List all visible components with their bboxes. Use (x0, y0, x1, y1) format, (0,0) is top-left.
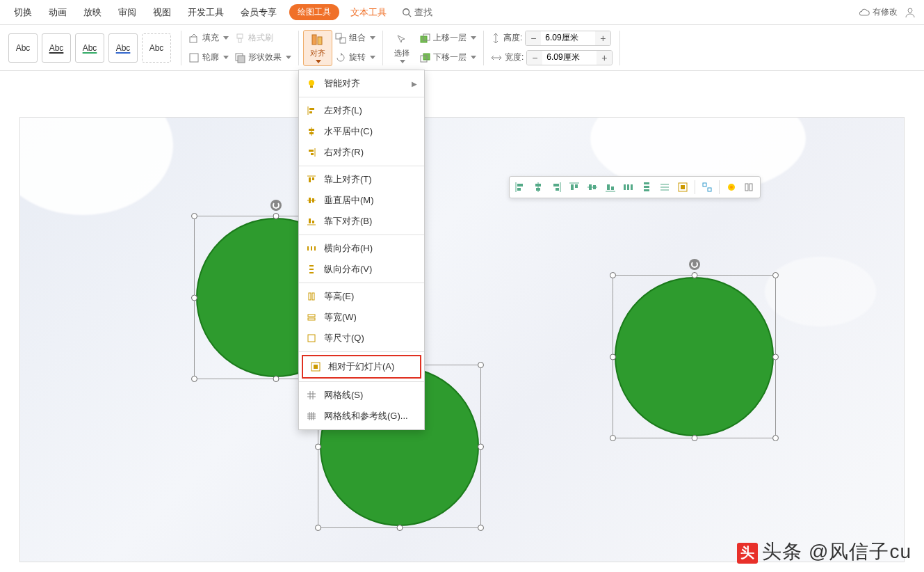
effects-icon (234, 52, 245, 63)
outline-button[interactable]: 轮廓 (188, 50, 229, 65)
preset-1[interactable]: Abc (8, 33, 38, 63)
group-icon (335, 33, 346, 44)
floating-align-toolbar (509, 176, 761, 198)
dd-relative-to-slide[interactable]: 相对于幻灯片(A) (302, 355, 421, 379)
menu-review[interactable]: 审阅 (110, 6, 145, 19)
svg-rect-65 (312, 198, 314, 202)
align-right-icon (306, 147, 317, 158)
format-painter-button: 格式刷 (234, 31, 291, 46)
width-spinner[interactable]: − + (526, 50, 613, 65)
svg-rect-31 (593, 185, 596, 189)
shape-effects-button[interactable]: 形状效果 (234, 50, 291, 65)
svg-rect-48 (749, 184, 752, 191)
tb-rel-slide[interactable] (674, 179, 691, 196)
dd-equal-height[interactable]: 等高(E) (299, 286, 424, 307)
dd-align-top[interactable]: 靠上对齐(T) (299, 169, 424, 190)
dd-align-right[interactable]: 右对齐(R) (299, 142, 424, 163)
rotate-handle[interactable] (270, 200, 282, 211)
preset-3[interactable]: Abc (75, 33, 104, 63)
svg-rect-5 (237, 34, 243, 38)
rotate-handle[interactable] (689, 259, 700, 270)
dd-align-bottom[interactable]: 靠下对齐(B) (299, 211, 424, 232)
tb-align-top[interactable] (566, 179, 583, 196)
svg-rect-74 (309, 272, 314, 273)
send-backward-button[interactable]: 下移一层 (419, 50, 476, 65)
tb-align-vcenter[interactable] (584, 179, 601, 196)
user-icon[interactable] (905, 7, 916, 18)
dd-dist-v[interactable]: 纵向分布(V) (299, 259, 424, 280)
dist-v-icon (306, 264, 317, 275)
svg-rect-61 (309, 177, 311, 182)
dd-dist-h[interactable]: 横向分布(H) (299, 238, 424, 259)
dd-smart-align[interactable]: 智能对齐▶ (299, 73, 424, 94)
menu-animation[interactable]: 动画 (40, 6, 75, 19)
menu-devtools[interactable]: 开发工具 (179, 6, 232, 19)
width-plus[interactable]: + (597, 50, 612, 65)
tb-same-size[interactable] (699, 179, 715, 196)
ribbon: Abc Abc Abc Abc Abc 填充 轮廓 格式刷 形状效果 对齐 组合… (0, 25, 924, 71)
search-button[interactable]: 查找 (402, 6, 432, 19)
dd-grid-guides[interactable]: 网格线和参考线(G)... (299, 406, 424, 427)
bucket-icon (188, 33, 200, 44)
menu-view[interactable]: 视图 (145, 6, 179, 19)
dd-align-hcenter[interactable]: 水平居中(C) (299, 121, 424, 142)
dd-equal-size[interactable]: 等尺寸(Q) (299, 328, 424, 349)
menubar: 切换 动画 放映 审阅 视图 开发工具 会员专享 绘图工具 文本工具 查找 有修… (0, 0, 924, 25)
svg-rect-21 (535, 184, 541, 186)
preset-5[interactable]: Abc (142, 33, 171, 63)
shape-selection-3[interactable] (613, 275, 776, 438)
svg-rect-34 (611, 186, 614, 190)
svg-rect-68 (312, 221, 314, 223)
eq-height-icon (306, 291, 317, 302)
rotate-button[interactable]: 旋转 (335, 50, 375, 65)
svg-rect-12 (340, 38, 346, 43)
align-button[interactable]: 对齐 (303, 30, 332, 66)
svg-rect-10 (318, 37, 322, 45)
tb-eq-spacing[interactable] (656, 179, 673, 196)
text-tools-tab[interactable]: 文本工具 (350, 6, 387, 19)
height-plus[interactable]: + (595, 31, 610, 46)
drawing-tools-tab[interactable]: 绘图工具 (289, 4, 339, 20)
tb-align-right[interactable] (548, 179, 565, 196)
tb-dist-v[interactable] (638, 179, 655, 196)
svg-rect-33 (607, 184, 610, 190)
height-minus[interactable]: − (526, 31, 541, 46)
height-input[interactable] (541, 33, 595, 43)
dd-align-vcenter[interactable]: 垂直居中(M) (299, 190, 424, 211)
menu-play[interactable]: 放映 (75, 6, 110, 19)
tb-align-left[interactable] (512, 179, 528, 196)
svg-rect-56 (309, 132, 314, 134)
select-button[interactable]: 选择 (387, 30, 416, 66)
slide-canvas[interactable] (19, 117, 905, 562)
tb-align-hcenter[interactable] (530, 179, 546, 196)
preset-4[interactable]: Abc (108, 33, 138, 63)
width-minus[interactable]: − (527, 50, 542, 65)
circle-shape-3[interactable] (615, 277, 774, 436)
dd-equal-width[interactable]: 等宽(W) (299, 307, 424, 328)
eq-size-icon (306, 333, 317, 344)
preset-2[interactable]: Abc (42, 33, 71, 63)
svg-rect-40 (644, 189, 649, 191)
svg-rect-53 (309, 111, 312, 113)
svg-rect-25 (556, 188, 559, 191)
dd-align-left[interactable]: 左对齐(L) (299, 100, 424, 121)
tb-more[interactable] (741, 179, 758, 196)
brush-icon (234, 33, 245, 44)
svg-point-2 (908, 8, 912, 13)
width-input[interactable] (542, 53, 597, 63)
height-spinner[interactable]: − + (525, 31, 611, 46)
menu-member[interactable]: 会员专享 (232, 6, 285, 19)
align-top-icon (306, 174, 317, 185)
tb-smart-align[interactable] (723, 179, 740, 196)
group-button[interactable]: 组合 (335, 31, 375, 46)
svg-rect-37 (631, 184, 633, 190)
fill-button[interactable]: 填充 (188, 31, 229, 46)
dd-gridlines[interactable]: 网格线(S) (299, 385, 424, 406)
menu-switch[interactable]: 切换 (6, 6, 40, 19)
svg-rect-6 (238, 38, 241, 42)
svg-rect-73 (309, 269, 314, 270)
tb-dist-h[interactable] (620, 179, 637, 196)
tb-align-bottom[interactable] (602, 179, 619, 196)
bring-forward-button[interactable]: 上移一层 (419, 31, 476, 46)
height-icon (491, 33, 501, 44)
